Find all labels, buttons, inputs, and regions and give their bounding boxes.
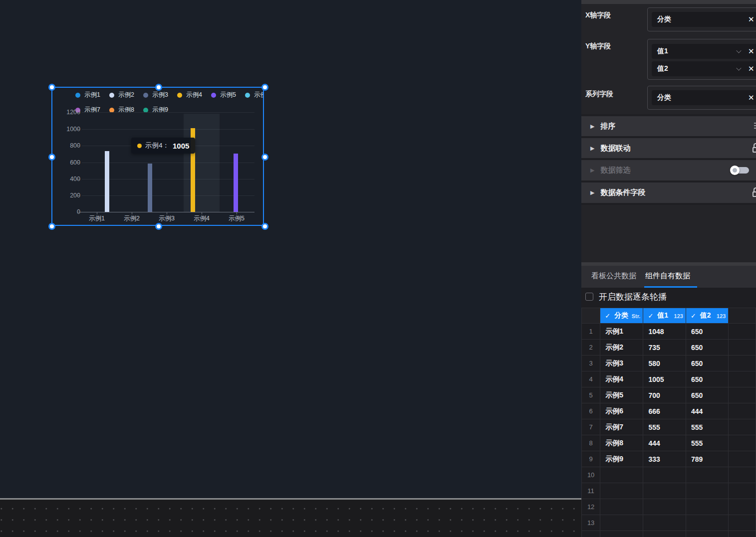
table-row[interactable]: [582, 531, 756, 537]
close-icon[interactable]: ✕: [748, 93, 755, 102]
table-row[interactable]: 9 示例9 333 789: [582, 451, 756, 467]
cell-value2[interactable]: 650: [686, 324, 729, 340]
cell-empty[interactable]: [729, 435, 756, 451]
cell-value2[interactable]: 650: [686, 371, 729, 387]
chevron-right-icon[interactable]: ▶: [590, 123, 594, 130]
cell-value1[interactable]: [643, 483, 686, 499]
cell-empty[interactable]: [729, 403, 756, 419]
design-canvas[interactable]: 示例1 示例2 示例3 示例4: [0, 0, 581, 537]
cell-category[interactable]: 示例2: [600, 340, 643, 356]
table-row[interactable]: 8 示例8 444 555: [582, 435, 756, 451]
cell-empty[interactable]: [729, 387, 756, 403]
table-row[interactable]: 5 示例5 700 650: [582, 387, 756, 403]
legend-item[interactable]: 示例6: [245, 91, 263, 99]
cell-value1[interactable]: 1048: [643, 324, 686, 340]
cell-value2[interactable]: 555: [686, 419, 729, 435]
legend-item[interactable]: 示例8: [109, 106, 143, 114]
table-row[interactable]: 13: [582, 515, 756, 531]
bar-value-580[interactable]: [148, 164, 152, 212]
chevron-down-icon[interactable]: [737, 66, 741, 70]
y-field-pill-1[interactable]: 值1 ✕: [652, 44, 756, 59]
cell-value2[interactable]: 650: [686, 356, 729, 371]
table-row[interactable]: 7 示例7 555 555: [582, 419, 756, 435]
cell-category[interactable]: [600, 499, 643, 515]
cell-empty[interactable]: [729, 324, 756, 340]
legend-item[interactable]: 示例4: [177, 91, 211, 99]
cell-empty[interactable]: [729, 340, 756, 356]
resize-handle-nw[interactable]: [48, 84, 55, 91]
bar-value-735[interactable]: [105, 151, 109, 212]
check-icon[interactable]: ✓: [605, 312, 610, 320]
table-row[interactable]: 10: [582, 467, 756, 483]
cell-category[interactable]: [600, 483, 643, 499]
cell-category[interactable]: [600, 515, 643, 531]
legend-item[interactable]: 示例1: [75, 91, 109, 99]
cell-value2[interactable]: 650: [686, 387, 729, 403]
cell-value2[interactable]: 444: [686, 403, 729, 419]
cell-empty[interactable]: [729, 499, 756, 515]
cell-value2[interactable]: [686, 515, 729, 531]
cell-category[interactable]: 示例1: [600, 324, 643, 340]
cell-category[interactable]: [600, 531, 643, 537]
cell-empty[interactable]: [729, 467, 756, 483]
section-sort[interactable]: ▶ 排序: [581, 116, 756, 136]
cell-value1[interactable]: 1005: [643, 371, 686, 387]
table-row[interactable]: 3 示例3 580 650: [582, 356, 756, 371]
cell-category[interactable]: 示例9: [600, 451, 643, 467]
cell-value1[interactable]: [643, 499, 686, 515]
table-row[interactable]: 1 示例1 1048 650: [582, 324, 756, 340]
cell-empty[interactable]: [729, 451, 756, 467]
cell-value1[interactable]: 700: [643, 387, 686, 403]
tab-component-own-data[interactable]: 组件自有数据: [645, 266, 690, 286]
resize-handle-w[interactable]: [48, 154, 55, 161]
cell-value2[interactable]: [686, 467, 729, 483]
cell-value2[interactable]: [686, 483, 729, 499]
table-row[interactable]: 4 示例4 1005 650: [582, 371, 756, 387]
cell-value1[interactable]: 444: [643, 435, 686, 451]
cell-empty[interactable]: [729, 356, 756, 371]
cell-value1[interactable]: 555: [643, 419, 686, 435]
cell-value1[interactable]: 333: [643, 451, 686, 467]
legend-item[interactable]: 示例7: [75, 106, 109, 114]
cell-value1[interactable]: 580: [643, 356, 686, 371]
cell-category[interactable]: [600, 467, 643, 483]
close-icon[interactable]: ✕: [748, 64, 755, 73]
check-icon[interactable]: ✓: [648, 312, 653, 320]
chevron-right-icon[interactable]: ▶: [590, 145, 594, 152]
more-icon[interactable]: [754, 123, 756, 130]
tab-board-public-data[interactable]: 看板公共数据: [591, 266, 636, 286]
cell-value1[interactable]: [643, 531, 686, 537]
cell-value2[interactable]: [686, 499, 729, 515]
resize-handle-sw[interactable]: [48, 223, 55, 230]
cell-empty[interactable]: [729, 483, 756, 499]
y-field-pill-2[interactable]: 值2 ✕: [652, 61, 756, 76]
cell-category[interactable]: 示例7: [600, 419, 643, 435]
legend-item[interactable]: 示例5: [211, 91, 245, 99]
cell-category[interactable]: 示例8: [600, 435, 643, 451]
bar-value-700[interactable]: [234, 154, 238, 212]
chevron-right-icon[interactable]: ▶: [590, 189, 594, 196]
cell-value1[interactable]: 666: [643, 403, 686, 419]
cell-category[interactable]: 示例3: [600, 356, 643, 371]
column-header-value2[interactable]: ✓ 值2 123: [686, 308, 729, 324]
cell-value2[interactable]: 789: [686, 451, 729, 467]
table-row[interactable]: 6 示例6 666 444: [582, 403, 756, 419]
cell-empty[interactable]: [729, 531, 756, 537]
cell-value2[interactable]: [686, 531, 729, 537]
carousel-checkbox[interactable]: [585, 293, 593, 301]
legend-item[interactable]: 示例2: [109, 91, 143, 99]
cell-category[interactable]: 示例6: [600, 403, 643, 419]
check-icon[interactable]: ✓: [691, 312, 696, 320]
legend-item[interactable]: 示例9: [143, 106, 177, 114]
cell-value1[interactable]: [643, 467, 686, 483]
section-data-condition-fields[interactable]: ▶ 数据条件字段: [581, 182, 756, 203]
series-field-pill[interactable]: 分类 ✕: [652, 90, 756, 105]
column-header-value1[interactable]: ✓ 值1 123: [643, 308, 686, 324]
bar-chart-component[interactable]: 示例1 示例2 示例3 示例4: [51, 87, 264, 226]
resize-handle-e[interactable]: [261, 154, 268, 161]
close-icon[interactable]: ✕: [748, 15, 755, 24]
cell-empty[interactable]: [729, 419, 756, 435]
chevron-right-icon[interactable]: ▶: [590, 167, 594, 174]
table-row[interactable]: 2 示例2 735 650: [582, 340, 756, 356]
resize-handle-s[interactable]: [155, 223, 162, 230]
